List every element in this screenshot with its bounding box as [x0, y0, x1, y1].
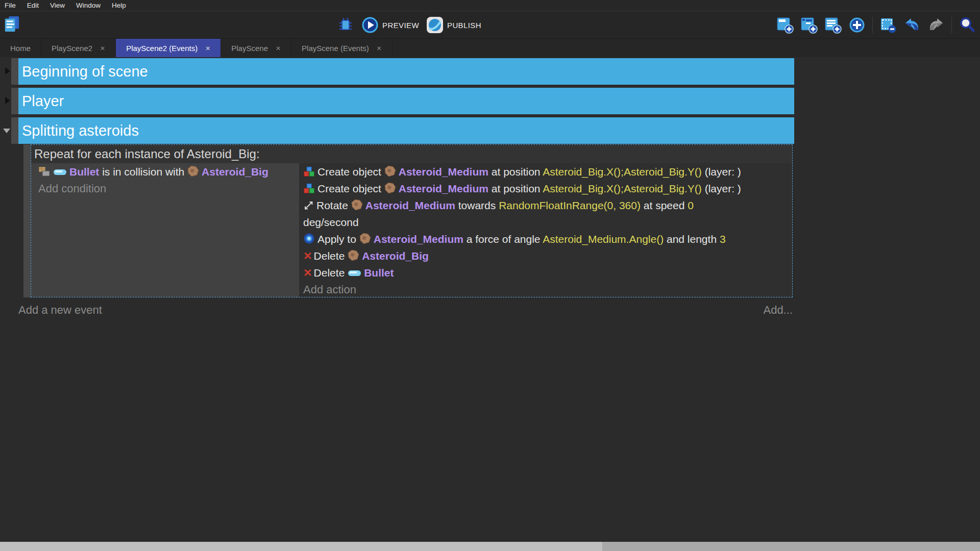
project-manager-button[interactable] [3, 15, 22, 35]
menu-window[interactable]: Window [76, 2, 101, 9]
group-drag-handle[interactable] [11, 88, 18, 114]
tab-playscene2[interactable]: PlayScene2 ✕ [41, 39, 116, 58]
selection-icon [879, 16, 897, 34]
collision-icon [38, 166, 51, 177]
event-drag-handle[interactable] [23, 144, 31, 297]
text-segment: deg/second [303, 216, 359, 228]
chevron-right-icon[interactable] [5, 97, 10, 104]
actions-column: Create object Asteroid_Medium at positio… [299, 163, 792, 297]
tab-label: PlayScene [231, 44, 268, 53]
condition-row[interactable]: Bullet is in collision with Asteroid_Big [31, 163, 299, 180]
search-button[interactable] [959, 16, 976, 34]
horizontal-scrollbar[interactable] [0, 542, 980, 551]
group-player[interactable]: Player [18, 88, 794, 114]
add-subevent-button[interactable] [800, 16, 818, 34]
undo-button[interactable] [903, 16, 921, 34]
text-segment: is in collision with [99, 166, 187, 178]
delete-icon: ✕ [303, 267, 312, 279]
bullet-icon [348, 270, 361, 277]
add-condition-button[interactable]: Add condition [31, 180, 299, 197]
group-splitting-asteroids[interactable]: Splitting asteroids [18, 117, 794, 144]
selection-button[interactable] [879, 16, 897, 34]
action-row[interactable]: ✕Delete Bullet [299, 264, 792, 281]
group-title: Player [22, 93, 64, 110]
text-segment: Bullet [69, 166, 99, 178]
text-segment: Asteroid_Medium [374, 233, 463, 245]
repeat-event[interactable]: Repeat for each instance of Asteroid_Big… [31, 144, 793, 297]
tab-home[interactable]: Home [0, 39, 41, 58]
text-segment: Delete [314, 250, 348, 262]
redo-button[interactable] [927, 16, 945, 34]
menu-view[interactable]: View [50, 2, 65, 9]
menu-edit[interactable]: Edit [27, 2, 39, 9]
add-event-button[interactable] [776, 16, 794, 34]
group-drag-handle[interactable] [11, 117, 18, 144]
menu-file[interactable]: File [5, 2, 16, 9]
group-title: Beginning of scene [22, 63, 148, 80]
tab-playscene2-events[interactable]: PlayScene2 (Events) ✕ [116, 39, 221, 58]
scrollbar-thumb[interactable] [0, 542, 602, 551]
bullet-icon [53, 169, 67, 176]
toolbar-separator [872, 17, 873, 33]
add-comment-button[interactable] [824, 16, 842, 34]
text-segment: Create object [317, 183, 384, 194]
action-row[interactable]: Apply to Asteroid_Medium a force of angl… [299, 231, 792, 247]
action-row[interactable]: Create object Asteroid_Medium at positio… [299, 163, 792, 180]
text-segment: Create object [317, 166, 384, 178]
action-row[interactable]: Create object Asteroid_Medium at positio… [299, 180, 792, 197]
asteroid-icon [351, 199, 363, 211]
asteroid-icon [187, 165, 199, 177]
text-segment: Delete [314, 267, 348, 279]
debug-button[interactable] [337, 16, 354, 34]
text-segment: Asteroid_Medium [365, 199, 455, 211]
tab-playscene[interactable]: PlayScene ✕ [221, 39, 291, 58]
add-button[interactable]: Add... [764, 304, 793, 317]
rotate-icon [303, 200, 314, 211]
chevron-down-icon[interactable] [3, 129, 10, 133]
text-segment: Rotate [316, 199, 351, 211]
redo-icon [927, 16, 945, 34]
add-new-event-button[interactable]: Add a new event [18, 304, 102, 317]
group-beginning-of-scene[interactable]: Beginning of scene [18, 58, 794, 85]
close-icon[interactable]: ✕ [205, 45, 210, 52]
undo-icon [903, 16, 921, 34]
preview-label: PREVIEW [382, 21, 419, 30]
add-subevent-icon [800, 16, 818, 34]
publish-globe-icon [426, 16, 444, 34]
main-toolbar: PREVIEW PUBLISH [0, 12, 980, 38]
project-manager-icon [3, 15, 20, 33]
group-drag-handle[interactable] [11, 58, 18, 85]
text-segment: a force of angle [463, 233, 543, 245]
choose-event-button[interactable] [848, 16, 866, 34]
tab-label: Home [10, 44, 31, 53]
repeat-event-header[interactable]: Repeat for each instance of Asteroid_Big… [31, 145, 792, 163]
text-segment: at speed [641, 199, 688, 211]
preview-button[interactable]: PREVIEW [361, 16, 419, 34]
text-segment: Apply to [317, 233, 359, 245]
text-segment: Asteroid_Big.X();Asteroid_Big.Y() [543, 183, 702, 194]
text-segment: (layer: ) [702, 183, 741, 194]
add-action-button[interactable]: Add action [299, 281, 792, 297]
chevron-right-icon[interactable] [5, 67, 10, 74]
text-segment: Asteroid_Medium [399, 183, 488, 194]
publish-button[interactable]: PUBLISH [426, 16, 481, 34]
text-segment: (layer: ) [702, 166, 741, 178]
menu-help[interactable]: Help [112, 2, 126, 9]
add-event-icon [776, 16, 794, 34]
search-icon [959, 16, 976, 34]
text-segment: at position [488, 166, 543, 178]
text-segment: Asteroid_Big [202, 166, 268, 178]
events-sheet: Beginning of scene Player Splitting aste… [0, 57, 980, 542]
publish-label: PUBLISH [447, 21, 481, 30]
asteroid-icon [384, 182, 396, 194]
close-icon[interactable]: ✕ [276, 45, 281, 52]
debug-icon [337, 16, 354, 34]
close-icon[interactable]: ✕ [100, 45, 105, 52]
text-segment: RandomFloatInRange(0, 360) [499, 199, 641, 211]
tab-label: PlayScene2 (Events) [126, 44, 198, 53]
tab-playscene-events[interactable]: PlayScene (Events) ✕ [291, 39, 393, 58]
action-row[interactable]: ✕Delete Asteroid_Big [299, 247, 792, 264]
create-icon [303, 166, 315, 177]
close-icon[interactable]: ✕ [377, 45, 382, 52]
action-row[interactable]: Rotate Asteroid_Medium towards RandomFlo… [299, 197, 792, 231]
